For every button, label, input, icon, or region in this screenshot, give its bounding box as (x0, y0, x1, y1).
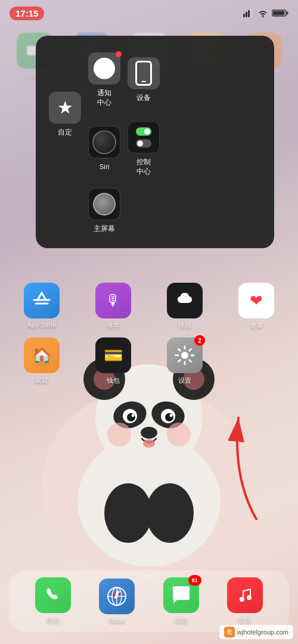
app-appletv[interactable]: 视频 (161, 283, 209, 330)
health-label: 健康 (250, 321, 263, 330)
safari-icon (99, 579, 135, 614)
settings-badge: 2 (194, 335, 205, 346)
watermark: 无 wjhotelgroup.com (219, 625, 293, 639)
app-appstore[interactable]: App Store (18, 283, 66, 330)
app-row-3: 🏠 家庭 💳 钱包 2 设置 (0, 337, 298, 385)
status-time: 17:15 (10, 7, 44, 20)
svg-point-13 (141, 427, 157, 439)
svg-point-10 (165, 413, 173, 421)
svg-point-17 (146, 483, 194, 543)
home-label: 家庭 (35, 376, 48, 385)
wallet-icon: 💳 (95, 337, 131, 373)
podcasts-icon: 🎙 (95, 283, 131, 318)
svg-point-16 (104, 483, 152, 543)
menu-item-notification[interactable]: 通知中心 (85, 45, 124, 114)
context-menu: ★ 自定 通知中心 设备 Siri (36, 36, 274, 248)
dock-safari[interactable]: Safari (93, 579, 141, 624)
svg-point-14 (107, 423, 131, 446)
svg-rect-26 (287, 12, 288, 15)
appletv-label: 视频 (178, 321, 191, 330)
homescreen-label: 主屏幕 (94, 224, 115, 234)
dock-music[interactable]: 音乐 (221, 577, 269, 625)
notification-dot (116, 51, 122, 57)
svg-rect-21 (243, 14, 245, 17)
notification-circle (94, 58, 115, 79)
home-icon: 🏠 (24, 337, 60, 373)
svg-point-39 (240, 597, 244, 602)
notification-label: 通知中心 (97, 89, 111, 107)
health-icon: ❤ (238, 283, 274, 318)
svg-point-11 (132, 414, 135, 417)
device-icon-box (128, 57, 160, 89)
app-health[interactable]: ❤ 健康 (232, 283, 280, 330)
siri-circle-icon (92, 130, 116, 154)
dock: 电话 Safari 81 信息 (9, 570, 289, 632)
wallet-label: 钱包 (107, 376, 120, 385)
music-label: 音乐 (238, 616, 252, 625)
music-icon (227, 577, 263, 613)
signal-icon (243, 9, 254, 17)
svg-rect-27 (273, 11, 285, 15)
menu-item-homescreen[interactable]: 主屏幕 (45, 183, 163, 239)
phone-icon (35, 577, 71, 613)
notification-icon-box (88, 52, 120, 85)
settings-label: 设置 (178, 376, 191, 385)
app-wallet[interactable]: 💳 钱包 (89, 337, 137, 385)
customize-label: 自定 (58, 128, 72, 137)
menu-item-siri[interactable]: Siri (85, 114, 124, 183)
device-label: 设备 (136, 93, 151, 103)
wifi-icon (257, 9, 268, 17)
settings-icon: 2 (167, 337, 203, 373)
svg-point-15 (167, 423, 191, 446)
appletv-icon (167, 283, 203, 318)
watermark-text: wjhotelgroup.com (237, 629, 288, 636)
phone-label: 电话 (46, 616, 60, 625)
podcasts-label: 播客 (107, 321, 120, 330)
status-bar: 17:15 (0, 0, 298, 26)
safari-label: Safari (108, 617, 126, 624)
device-phone-icon (135, 61, 152, 86)
svg-point-40 (247, 595, 252, 600)
context-menu-grid: ★ 自定 通知中心 设备 Siri (45, 45, 163, 239)
appstore-label: App Store (27, 321, 57, 329)
toggle-icon (136, 127, 151, 148)
messages-label: 信息 (175, 616, 188, 625)
homescreen-circle-icon (93, 193, 116, 215)
app-row-2: App Store 🎙 播客 视频 ❤ 健康 (0, 283, 298, 330)
svg-point-12 (170, 414, 173, 417)
svg-rect-24 (250, 9, 252, 17)
svg-point-18 (143, 439, 155, 448)
battery-icon (272, 9, 288, 17)
homescreen-icon-box (88, 188, 120, 220)
menu-item-customize[interactable]: ★ 自定 (45, 45, 85, 183)
menu-item-device[interactable]: 设备 (124, 45, 163, 114)
siri-label: Siri (100, 162, 110, 172)
menu-item-control-center[interactable]: 控制中心 (124, 114, 163, 183)
customize-icon-box: ★ (49, 92, 81, 124)
svg-rect-23 (248, 10, 250, 17)
messages-icon: 81 (163, 577, 199, 613)
status-icons (243, 9, 288, 17)
app-settings[interactable]: 2 设置 (161, 337, 209, 385)
messages-badge: 81 (188, 575, 201, 586)
siri-icon-box (88, 126, 120, 158)
appstore-icon (24, 283, 60, 318)
dock-messages[interactable]: 81 信息 (157, 577, 205, 625)
control-label: 控制中心 (136, 158, 151, 176)
svg-point-9 (127, 413, 135, 421)
app-podcasts[interactable]: 🎙 播客 (89, 283, 137, 330)
dock-phone[interactable]: 电话 (29, 577, 77, 625)
app-home[interactable]: 🏠 家庭 (18, 337, 66, 385)
svg-rect-22 (246, 12, 247, 17)
watermark-logo: 无 (224, 627, 235, 637)
svg-point-31 (181, 352, 188, 359)
control-icon-box (128, 121, 160, 154)
